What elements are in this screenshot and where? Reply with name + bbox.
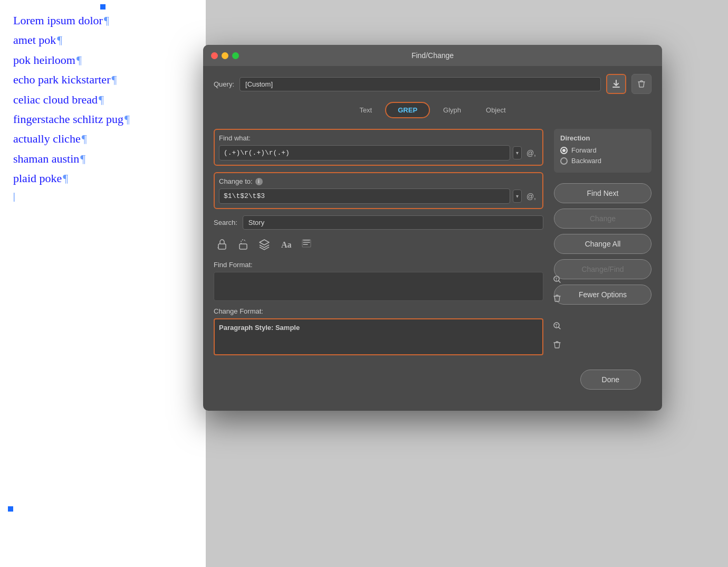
change-format-side-btns: T (550, 318, 564, 352)
find-format-search-btn[interactable]: T (550, 272, 564, 287)
find-what-input[interactable] (219, 145, 510, 160)
editor-content: Lorem ipsum dolor¶ amet pok¶ pok heirloo… (13, 11, 195, 204)
find-what-dropdown[interactable]: ▾ (513, 146, 522, 159)
find-what-input-row: ▾ @, (219, 145, 538, 160)
direction-section: Direction Forward Backward (554, 129, 652, 173)
change-to-group: Change to: i ▾ @, (214, 172, 543, 209)
text-line-7: actually cliche¶ (13, 129, 195, 148)
change-format-box: Paragraph Style: Sample (214, 318, 543, 355)
svg-rect-0 (612, 87, 620, 88)
find-what-label: Find what: (219, 134, 538, 142)
unlock-format-icon[interactable] (235, 236, 252, 253)
change-to-input[interactable] (219, 188, 510, 204)
text-line-5: celiac cloud bread¶ (13, 90, 195, 109)
close-button[interactable] (211, 52, 218, 59)
search-label: Search: (214, 219, 237, 226)
search-row: Search: Story (214, 215, 543, 230)
change-to-input-row: ▾ @, (219, 188, 538, 204)
find-what-group: Find what: ▾ @, (214, 129, 543, 166)
change-find-button[interactable]: Change/Find (554, 259, 652, 279)
change-to-at-btn[interactable]: @, (524, 190, 538, 203)
dialog-titlebar: Find/Change (203, 45, 662, 66)
backward-label: Backward (571, 157, 601, 165)
svg-rect-3 (240, 244, 247, 249)
tab-grep[interactable]: GREP (385, 102, 430, 118)
svg-text:T: T (555, 323, 558, 328)
text-line-2: amet pok¶ (13, 30, 195, 50)
forward-radio-row[interactable]: Forward (560, 146, 645, 154)
svg-rect-2 (217, 247, 219, 248)
text-line-3: pok heirloom¶ (13, 50, 195, 70)
change-format-search-btn[interactable]: T (550, 318, 564, 333)
text-line-8: shaman austin¶ (13, 149, 195, 168)
find-format-wrapper: T (214, 272, 543, 301)
text-line-9: plaid poke¶ (13, 168, 195, 188)
dialog-title: Find/Change (411, 51, 454, 60)
change-to-dropdown[interactable]: ▾ (513, 190, 522, 203)
tab-text[interactable]: Text (348, 102, 384, 118)
change-format-section: Change Format: Paragraph Style: Sample (214, 307, 543, 355)
direction-title: Direction (560, 134, 645, 142)
change-to-info[interactable]: i (255, 178, 263, 185)
left-panel: Find what: ▾ @, Change to: i ▾ (214, 129, 543, 362)
traffic-lights (211, 52, 239, 59)
backward-radio-row[interactable]: Backward (560, 157, 645, 165)
paragraph-icon[interactable] (298, 236, 315, 253)
search-select[interactable]: Story (243, 215, 543, 230)
text-line-4: echo park kickstarter¶ (13, 70, 195, 89)
fewer-options-button[interactable]: Fewer Options (554, 285, 652, 305)
right-panel: Direction Forward Backward Find Next Cha… (554, 129, 652, 362)
delete-query-button[interactable] (631, 74, 652, 94)
query-row: Query: [Custom] (214, 74, 652, 94)
main-content: Find what: ▾ @, Change to: i ▾ (214, 129, 652, 362)
query-select[interactable]: [Custom] (240, 77, 601, 91)
editor-area: Lorem ipsum dolor¶ amet pok¶ pok heirloo… (0, 0, 206, 567)
lock-format-icon[interactable] (214, 236, 231, 253)
tab-glyph[interactable]: Glyph (432, 102, 473, 118)
text-line-1: Lorem ipsum dolor¶ (13, 11, 195, 30)
forward-label: Forward (571, 146, 597, 154)
find-format-box (214, 272, 543, 301)
find-what-at-btn[interactable]: @, (524, 147, 538, 159)
forward-radio[interactable] (560, 147, 568, 154)
text-format-icon[interactable]: Aa (277, 236, 294, 253)
change-format-delete-btn[interactable] (550, 337, 564, 352)
text-line-6: fingerstache schlitz pug¶ (13, 109, 195, 129)
find-next-button[interactable]: Find Next (554, 183, 652, 203)
layers-icon[interactable] (256, 236, 273, 253)
change-format-content: Paragraph Style: Sample (219, 324, 300, 332)
find-format-section: Find Format: T (214, 261, 543, 301)
find-format-label: Find Format: (214, 261, 543, 269)
maximize-button[interactable] (232, 52, 239, 59)
find-format-side-btns: T (550, 272, 564, 306)
change-format-wrapper: Paragraph Style: Sample T (214, 318, 543, 355)
svg-text:T: T (555, 277, 558, 282)
svg-text:Aa: Aa (281, 240, 292, 249)
find-change-dialog: Find/Change Query: [Custom] (203, 45, 662, 411)
done-button[interactable]: Done (580, 370, 641, 390)
top-anchor (100, 4, 106, 10)
backward-radio[interactable] (560, 157, 568, 165)
tabs-row: Text GREP Glyph Object (214, 102, 652, 118)
change-all-button[interactable]: Change All (554, 234, 652, 254)
find-format-delete-btn[interactable] (550, 291, 564, 306)
bottom-anchor (8, 506, 13, 512)
query-label: Query: (214, 80, 234, 88)
svg-rect-1 (218, 244, 226, 249)
save-query-button[interactable] (606, 74, 626, 94)
change-button[interactable]: Change (554, 209, 652, 229)
done-row: Done (214, 362, 652, 400)
change-to-label: Change to: i (219, 177, 538, 185)
cursor: | (13, 188, 195, 205)
tab-object[interactable]: Object (474, 102, 518, 118)
change-format-label: Change Format: (214, 307, 543, 315)
tools-row: Aa (214, 236, 543, 253)
minimize-button[interactable] (222, 52, 228, 59)
svg-rect-5 (302, 240, 311, 247)
